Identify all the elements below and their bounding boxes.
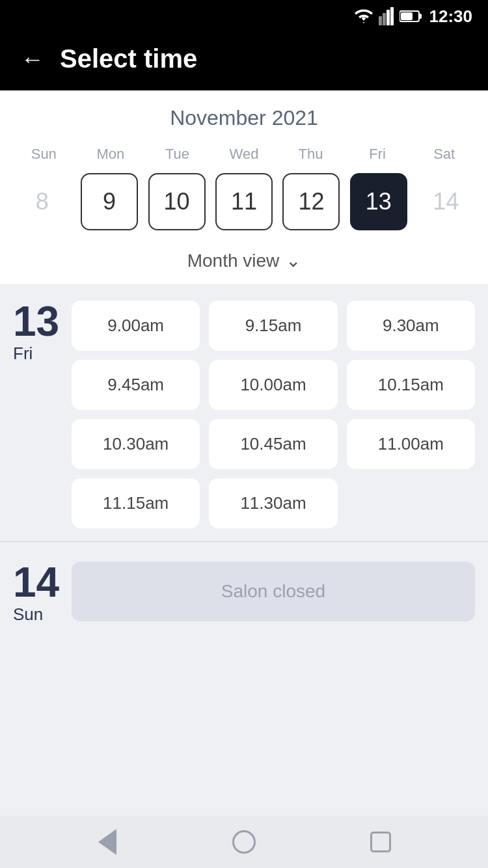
- svg-rect-0: [379, 16, 382, 25]
- time-slots-grid: 9.00am9.15am9.30am9.45am10.00am10.15am10…: [72, 301, 475, 528]
- android-nav-bar: [0, 816, 488, 868]
- app-header: ← Select time: [0, 33, 488, 90]
- time-display: 12:30: [429, 7, 473, 27]
- calendar-date[interactable]: 14: [417, 173, 474, 230]
- page-title: Select time: [60, 44, 197, 74]
- calendar-date[interactable]: 13: [350, 173, 407, 230]
- signal-icon: [379, 7, 394, 25]
- time-slot[interactable]: 11.30am: [209, 478, 337, 528]
- weekday-label: Wed: [211, 142, 278, 167]
- status-bar: 12:30: [0, 0, 488, 33]
- salon-closed-label: Salon closed: [72, 562, 475, 621]
- month-view-toggle[interactable]: Month view ⌄: [0, 238, 488, 285]
- time-slot[interactable]: 9.15am: [209, 301, 337, 351]
- time-slot[interactable]: 11.15am: [72, 478, 200, 528]
- home-nav-button[interactable]: [230, 828, 258, 856]
- back-nav-button[interactable]: [93, 828, 122, 856]
- weekday-label: Sun: [10, 142, 77, 167]
- dates-row: 891011121314: [10, 173, 478, 238]
- time-slot[interactable]: 10.15am: [347, 360, 475, 410]
- back-button[interactable]: ←: [21, 46, 44, 73]
- svg-rect-1: [383, 13, 386, 25]
- weekday-label: Mon: [77, 142, 144, 167]
- weekday-label: Thu: [277, 142, 344, 167]
- time-slot[interactable]: 9.00am: [72, 301, 200, 351]
- recents-nav-button[interactable]: [366, 828, 395, 856]
- day-name: Fri: [13, 344, 72, 364]
- day-number: 14: [13, 562, 72, 603]
- calendar-date[interactable]: 8: [14, 173, 71, 230]
- day-name: Sun: [13, 604, 72, 625]
- status-icons: [354, 7, 423, 25]
- weekday-label: Sat: [411, 142, 478, 167]
- calendar-date[interactable]: 12: [282, 173, 340, 230]
- calendar-date[interactable]: 9: [81, 173, 138, 230]
- day-block: 13Fri9.00am9.15am9.30am9.45am10.00am10.1…: [0, 285, 488, 541]
- svg-rect-5: [419, 14, 422, 19]
- time-slot[interactable]: 10.00am: [209, 360, 337, 410]
- weekdays-row: SunMonTueWedThuFriSat: [10, 142, 478, 167]
- day-number: 13: [13, 301, 72, 342]
- chevron-down-icon: ⌄: [286, 250, 301, 271]
- time-slot[interactable]: 9.45am: [72, 360, 200, 410]
- month-label: November 2021: [10, 106, 478, 130]
- svg-rect-6: [401, 12, 413, 20]
- weekday-label: Tue: [144, 142, 211, 167]
- svg-rect-3: [390, 7, 394, 25]
- day-block: 14SunSalon closed: [0, 541, 488, 638]
- month-view-label: Month view: [187, 251, 280, 271]
- time-slot[interactable]: 9.30am: [347, 301, 475, 351]
- battery-icon: [400, 10, 423, 23]
- calendar-section: November 2021 SunMonTueWedThuFriSat 8910…: [0, 90, 488, 238]
- calendar-date[interactable]: 11: [215, 173, 273, 230]
- slots-section: 13Fri9.00am9.15am9.30am9.45am10.00am10.1…: [0, 285, 488, 816]
- time-slot[interactable]: 10.45am: [209, 419, 337, 469]
- svg-rect-2: [386, 10, 390, 25]
- weekday-label: Fri: [344, 142, 411, 167]
- calendar-date[interactable]: 10: [148, 173, 206, 230]
- wifi-icon: [354, 9, 373, 23]
- time-slot[interactable]: 10.30am: [72, 419, 200, 469]
- time-slot[interactable]: 11.00am: [347, 419, 475, 469]
